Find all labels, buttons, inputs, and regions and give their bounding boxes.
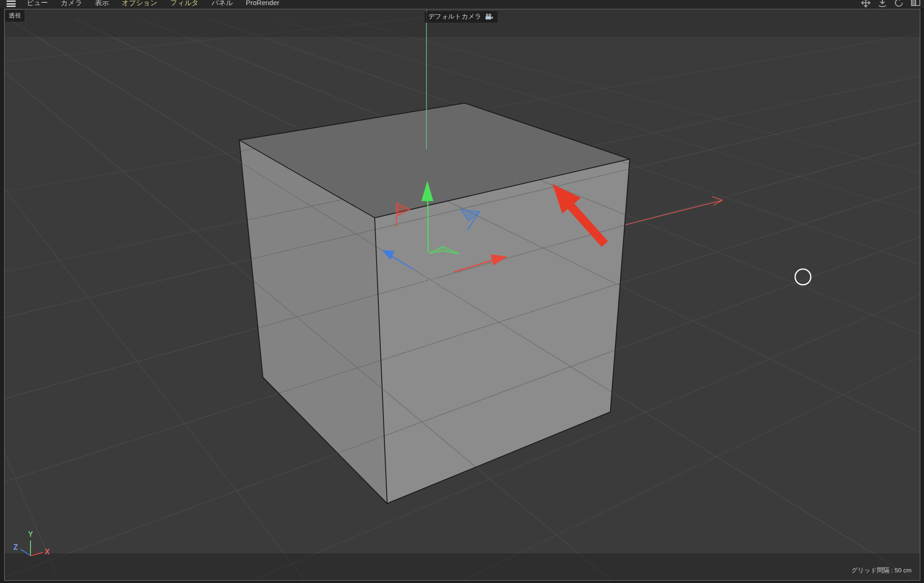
pan-icon[interactable] xyxy=(860,0,871,9)
triad-label-y: Y xyxy=(28,530,33,538)
menu-items: ビューカメラ表示オプションフィルタパネルProRender xyxy=(20,0,286,8)
active-camera-label[interactable]: デフォルトカメラ xyxy=(425,11,498,23)
zoom-icon[interactable] xyxy=(877,0,888,9)
triad-label-x: X xyxy=(45,548,50,556)
hamburger-menu-icon[interactable] xyxy=(6,0,16,7)
active-camera-name: デフォルトカメラ xyxy=(428,12,481,21)
grid-interval-status: グリッド間隔 : 50 cm xyxy=(851,566,912,575)
toggle-view-icon[interactable] xyxy=(910,0,921,9)
3d-viewport[interactable]: YZX 透視 デフォルトカメラ グリッド間隔 : 50 cm xyxy=(4,9,920,581)
gizmo-y-axis-handle-shaft[interactable] xyxy=(428,201,428,252)
rotate-icon[interactable] xyxy=(894,0,905,9)
menu-item-options[interactable]: オプション xyxy=(116,0,164,8)
menu-item-filter[interactable]: フィルタ xyxy=(164,0,205,8)
viewport-nav-icons xyxy=(860,0,921,9)
triad-label-z: Z xyxy=(13,543,18,551)
viewport-scene[interactable]: YZX xyxy=(5,9,920,581)
menu-item-camera[interactable]: カメラ xyxy=(55,0,89,8)
view-mode-label[interactable]: 透視 xyxy=(5,10,24,22)
render-safe-tint-bottom xyxy=(5,553,920,581)
cinema4d-window: ビューカメラ表示オプションフィルタパネルProRender YZX 透視 デフォ… xyxy=(0,0,924,583)
viewport-menubar: ビューカメラ表示オプションフィルタパネルProRender xyxy=(0,0,924,9)
menu-item-prorender[interactable]: ProRender xyxy=(239,0,286,8)
menu-item-view[interactable]: ビュー xyxy=(20,0,55,8)
menu-item-panel[interactable]: パネル xyxy=(205,0,239,8)
movie-camera-icon xyxy=(485,13,494,20)
menu-item-display[interactable]: 表示 xyxy=(89,0,116,8)
